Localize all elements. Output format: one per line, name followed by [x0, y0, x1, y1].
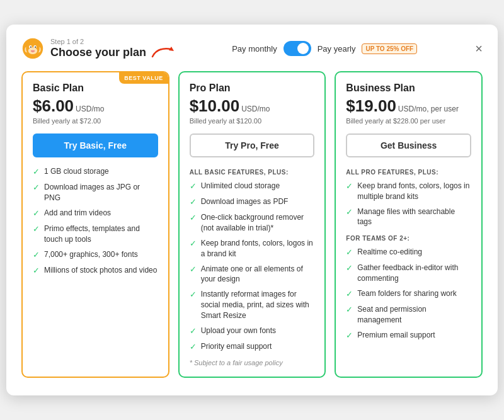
pro-cta-button[interactable]: Try Pro, Free: [190, 133, 315, 157]
list-item: ✓ Premium email support: [346, 330, 471, 341]
basic-unit: USD/mo: [76, 105, 104, 113]
monkey-icon: [21, 37, 44, 60]
check-icon: ✓: [346, 288, 353, 300]
check-icon: ✓: [346, 247, 353, 258]
business-features-label: ALL PRO FEATURES, PLUS:: [346, 169, 471, 176]
business-unit: USD/mo, per user: [398, 105, 459, 113]
modal-header: Step 1 of 2 Choose your plan Pay monthly…: [21, 37, 483, 60]
check-icon: ✓: [190, 212, 197, 224]
business-price: $19.00: [346, 96, 396, 116]
plan-card-basic: Best Value Basic Plan $6.00 USD/mo Bille…: [21, 71, 169, 378]
close-button[interactable]: ×: [475, 42, 483, 55]
list-item: ✓ One-click background remover (not avai…: [190, 212, 315, 234]
list-item: ✓ Keep brand fonts, colors, logos in a b…: [190, 238, 315, 259]
billing-toggle[interactable]: [284, 41, 311, 56]
list-item: ✓ Seat and permission management: [346, 304, 471, 326]
pro-price: $10.00: [190, 96, 240, 116]
check-icon: ✓: [190, 341, 197, 353]
discount-badge: UP TO 25% OFF: [362, 43, 417, 54]
list-item: ✓ Millions of stock photos and video: [33, 265, 158, 276]
basic-price: $6.00: [33, 96, 74, 116]
billing-toggle-group: Pay monthly Pay yearly UP TO 25% OFF: [232, 41, 417, 56]
list-item: ✓ 7,000+ graphics, 300+ fonts: [33, 249, 158, 261]
step-label: Step 1 of 2: [50, 38, 174, 45]
check-icon: ✓: [33, 224, 40, 235]
svg-point-10: [30, 47, 32, 48]
list-item: ✓ Priority email support: [190, 341, 315, 353]
check-icon: ✓: [190, 196, 197, 208]
pro-features-label: ALL BASIC FEATURES, PLUS:: [190, 169, 315, 176]
pro-plan-name: Pro Plan: [190, 82, 315, 94]
list-item: ✓ Add and trim videos: [33, 208, 158, 219]
check-icon: ✓: [33, 265, 40, 276]
pricing-modal: Step 1 of 2 Choose your plan Pay monthly…: [6, 25, 498, 395]
business-billed: Billed yearly at $228.00 per user: [346, 117, 471, 125]
header-left: Step 1 of 2 Choose your plan: [21, 37, 174, 60]
business-cta-button[interactable]: Get Business: [346, 133, 471, 157]
check-icon: ✓: [33, 208, 40, 219]
monthly-label: Pay monthly: [232, 44, 277, 54]
pro-unit: USD/mo: [241, 105, 270, 113]
check-icon: ✓: [33, 249, 40, 261]
check-icon: ✓: [190, 264, 197, 275]
list-item: ✓ Animate one or all elements of your de…: [190, 264, 315, 285]
business-price-row: $19.00 USD/mo, per user: [346, 96, 471, 116]
list-item: ✓ Download images as PDF: [190, 196, 315, 208]
list-item: ✓ Gather feedback in-editor with comment…: [346, 263, 471, 284]
pro-billed: Billed yearly at $120.00: [190, 117, 315, 125]
basic-billed: Billed yearly at $72.00: [33, 117, 158, 125]
check-icon: ✓: [190, 289, 197, 300]
check-icon: ✓: [190, 181, 197, 192]
plan-card-pro: Pro Plan $10.00 USD/mo Billed yearly at …: [178, 71, 326, 378]
business-feature-list: ✓ Keep brand fonts, colors, logos in mul…: [346, 181, 471, 227]
plans-container: Best Value Basic Plan $6.00 USD/mo Bille…: [21, 71, 483, 378]
check-icon: ✓: [346, 304, 353, 315]
list-item: ✓ Keep brand fonts, colors, logos in mul…: [346, 181, 471, 202]
list-item: ✓ 1 GB cloud storage: [33, 166, 158, 178]
pro-footnote: * Subject to a fair usage policy: [190, 359, 315, 366]
list-item: ✓ Upload your own fonts: [190, 326, 315, 337]
check-icon: ✓: [346, 263, 353, 274]
page-title: Choose your plan: [50, 46, 146, 59]
list-item: ✓ Realtime co-editing: [346, 247, 471, 258]
list-item: ✓ Team folders for sharing work: [346, 288, 471, 300]
list-item: ✓ Manage files with searchable tags: [346, 207, 471, 228]
pro-feature-list: ✓ Unlimited cloud storage ✓ Download ima…: [190, 181, 315, 353]
check-icon: ✓: [33, 166, 40, 178]
list-item: ✓ Unlimited cloud storage: [190, 181, 315, 192]
basic-cta-button[interactable]: Try Basic, Free: [33, 133, 158, 157]
svg-point-11: [35, 47, 36, 48]
title-group: Step 1 of 2 Choose your plan: [50, 38, 174, 59]
yearly-label: Pay yearly: [318, 44, 356, 54]
check-icon: ✓: [33, 182, 40, 193]
list-item: ✓ Primo effects, templates and touch up …: [33, 224, 158, 245]
basic-plan-name: Basic Plan: [33, 82, 158, 94]
check-icon: ✓: [346, 330, 353, 341]
svg-point-12: [31, 50, 34, 52]
arrow-icon: [151, 45, 174, 59]
list-item: ✓ Download images as JPG or PNG: [33, 182, 158, 203]
check-icon: ✓: [190, 238, 197, 249]
list-item: ✓ Instantly reformat images for social m…: [190, 289, 315, 321]
plan-card-business: Business Plan $19.00 USD/mo, per user Bi…: [335, 71, 483, 378]
basic-price-row: $6.00 USD/mo: [33, 96, 158, 116]
pro-price-row: $10.00 USD/mo: [190, 96, 315, 116]
best-value-badge: Best Value: [119, 72, 168, 84]
teams-label: FOR TEAMS OF 2+:: [346, 235, 471, 242]
check-icon: ✓: [346, 207, 353, 218]
basic-feature-list: ✓ 1 GB cloud storage ✓ Download images a…: [33, 166, 158, 276]
business-teams-feature-list: ✓ Realtime co-editing ✓ Gather feedback …: [346, 247, 471, 341]
business-plan-name: Business Plan: [346, 82, 471, 94]
check-icon: ✓: [190, 326, 197, 337]
check-icon: ✓: [346, 181, 353, 192]
